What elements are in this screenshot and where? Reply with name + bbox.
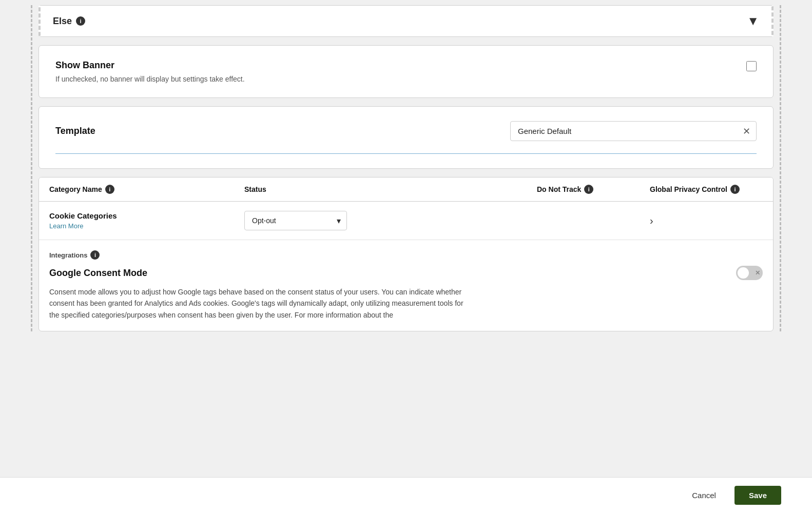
footer-bar: Cancel Save bbox=[0, 477, 812, 513]
gpc-info-icon[interactable]: i bbox=[730, 185, 740, 194]
status-select-wrapper: Opt-out Opt-in Always Active Disabled ▾ bbox=[244, 211, 347, 230]
col-header-do-not-track: Do Not Track i bbox=[537, 185, 650, 194]
table-row: Cookie Categories Learn More Opt-out Opt… bbox=[39, 202, 773, 240]
col-header-category-name: Category Name i bbox=[49, 185, 244, 194]
else-chevron-icon[interactable]: ▼ bbox=[747, 14, 759, 28]
category-name-cell: Cookie Categories Learn More bbox=[49, 211, 244, 230]
else-label: Else bbox=[53, 16, 72, 27]
category-table-card: Category Name i Status Do Not Track i Gl… bbox=[38, 177, 774, 331]
template-label: Template bbox=[55, 126, 95, 136]
cookie-categories-title: Cookie Categories bbox=[49, 211, 244, 220]
cancel-button[interactable]: Cancel bbox=[682, 486, 726, 505]
toggle-x-icon: ✕ bbox=[755, 269, 760, 277]
show-banner-description: If unchecked, no banner will display but… bbox=[55, 75, 245, 83]
show-banner-checkbox[interactable] bbox=[746, 61, 757, 71]
gcm-toggle-wrapper: ✕ bbox=[736, 266, 763, 280]
status-select[interactable]: Opt-out Opt-in Always Active Disabled bbox=[244, 211, 347, 230]
gcm-toggle[interactable]: ✕ bbox=[736, 266, 763, 280]
status-cell: Opt-out Opt-in Always Active Disabled ▾ bbox=[244, 211, 537, 230]
template-card: Template ✕ bbox=[38, 106, 774, 169]
integrations-section: Integrations i Google Consent Mode ✕ Con… bbox=[39, 240, 773, 331]
template-divider bbox=[55, 153, 757, 154]
toggle-knob bbox=[738, 267, 749, 279]
category-table-header: Category Name i Status Do Not Track i Gl… bbox=[39, 177, 773, 202]
integrations-info-icon[interactable]: i bbox=[90, 250, 100, 260]
col-header-status: Status bbox=[244, 185, 537, 194]
col-header-gpc: Global Privacy Control i bbox=[650, 185, 763, 194]
integrations-label: Integrations i bbox=[49, 250, 763, 260]
category-name-info-icon[interactable]: i bbox=[105, 185, 114, 194]
template-clear-icon[interactable]: ✕ bbox=[743, 126, 750, 137]
dnt-info-icon[interactable]: i bbox=[584, 185, 593, 194]
gpc-cell: › bbox=[650, 215, 763, 227]
template-input-wrapper: ✕ bbox=[510, 121, 757, 141]
row-expand-arrow-icon[interactable]: › bbox=[650, 215, 653, 227]
show-banner-title: Show Banner bbox=[55, 60, 245, 71]
save-button[interactable]: Save bbox=[734, 486, 781, 505]
gcm-description: Consent mode allows you to adjust how Go… bbox=[49, 286, 470, 321]
else-title: Else i bbox=[53, 16, 85, 27]
template-input[interactable] bbox=[510, 121, 757, 141]
gcm-title: Google Consent Mode bbox=[49, 268, 147, 279]
gcm-row: Google Consent Mode ✕ bbox=[49, 266, 763, 280]
else-info-icon[interactable]: i bbox=[76, 16, 85, 26]
show-banner-card: Show Banner If unchecked, no banner will… bbox=[38, 45, 774, 98]
learn-more-link[interactable]: Learn More bbox=[49, 222, 244, 230]
